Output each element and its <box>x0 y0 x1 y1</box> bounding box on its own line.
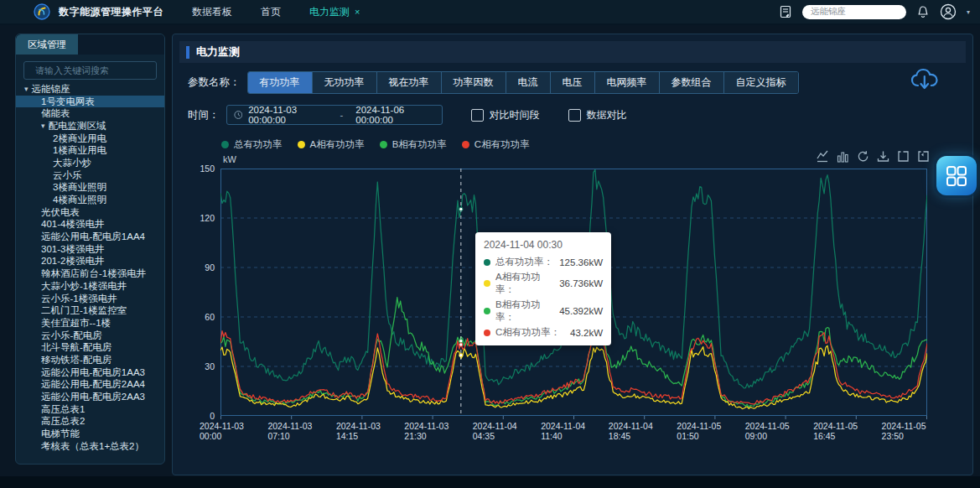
tree-item-label: 高压总表2 <box>41 415 85 428</box>
legend-item[interactable]: B相有功功率 <box>380 138 447 151</box>
tree-item[interactable]: 201-2楼强电井 <box>16 256 164 268</box>
tree-item-label: 移动铁塔-配电房 <box>41 354 111 366</box>
tree-item[interactable]: 大蒜小炒 <box>16 157 164 169</box>
param-button[interactable]: 电流 <box>506 72 551 93</box>
legend-item[interactable]: A相有功功率 <box>298 138 365 151</box>
tree-item[interactable]: 1楼商业用电 <box>16 144 164 157</box>
save-image-icon[interactable] <box>877 150 889 163</box>
tree-item[interactable]: 高压总表2 <box>16 416 164 428</box>
tree-item[interactable]: 301-3楼强电井 <box>16 243 164 256</box>
caret-down-icon[interactable]: ▾ <box>41 122 45 130</box>
tree-item-label: 401-4楼强电井 <box>41 218 104 231</box>
param-button[interactable]: 电网频率 <box>595 72 660 93</box>
cloud-download-icon[interactable] <box>909 65 941 93</box>
org-selector[interactable]: 远能锦座 <box>802 5 906 19</box>
tree-item-label: 远能公用电-配电房1AA4 <box>41 231 145 243</box>
tree-item[interactable]: 2楼商业用电 <box>16 132 164 145</box>
nav-item-dashboard[interactable]: 数据看板 <box>192 5 232 19</box>
search-input[interactable] <box>34 65 156 76</box>
tree-item-label: 301-3楼强电井 <box>41 243 104 256</box>
restore-icon[interactable] <box>857 150 869 163</box>
tab-power-monitoring-label: 电力监测 <box>309 5 350 19</box>
tree-item[interactable]: 电梯节能 <box>16 428 164 440</box>
tree-item[interactable]: 远能公用电-配电房1AA4 <box>16 231 164 243</box>
legend-dot-icon <box>221 141 229 148</box>
tooltip-row: A相有功功率：36.736kW <box>484 271 603 296</box>
tooltip-row: B相有功功率：45.392kW <box>484 299 603 324</box>
tooltip-dot-icon <box>484 330 490 336</box>
param-button[interactable]: 功率因数 <box>442 72 506 93</box>
param-button[interactable]: 无功功率 <box>313 72 377 93</box>
time-range-input[interactable]: 2024-11-03 00:00:00 - 2024-11-06 00:00:0… <box>226 105 443 125</box>
param-button[interactable]: 视在功率 <box>377 72 442 93</box>
tree-item-label: 大蒜小炒-1楼强电井 <box>41 280 127 293</box>
tree-item[interactable]: 光伏电表 <box>16 206 164 219</box>
tree-item-label: 二机门卫-1楼监控室 <box>41 304 127 317</box>
report-icon[interactable] <box>779 5 792 18</box>
tree-item[interactable]: 考核表（总表1+总表2） <box>16 440 164 453</box>
checkbox-icon[interactable] <box>568 109 581 122</box>
undo-zoom-icon[interactable] <box>917 150 930 163</box>
tree-item[interactable]: 3楼商业照明 <box>16 182 164 195</box>
tree-item[interactable]: 1号变电网表 <box>16 96 164 108</box>
legend-label: C相有功功率 <box>474 138 530 151</box>
tree-item[interactable]: 高压总表1 <box>16 403 164 416</box>
sidebar-tabbar: 区域管理 <box>16 34 164 55</box>
parameter-row: 参数名称： 有功功率无功功率视在功率功率因数电流电压电网频率参数组合自定义指标 <box>188 71 799 94</box>
caret-down-icon[interactable]: ▾ <box>24 86 29 93</box>
tree-item[interactable]: 4楼商业照明 <box>16 194 164 206</box>
tree-item[interactable]: 北斗导航-配电房 <box>16 341 164 354</box>
tree-item[interactable]: ▾远能锦座 <box>16 83 164 96</box>
tooltip-series-name: B相有功功率： <box>495 299 554 324</box>
tree-item[interactable]: 云小乐-1楼强电井 <box>16 293 164 305</box>
tree-item[interactable]: ▾配电监测区域 <box>16 120 164 132</box>
legend-item[interactable]: C相有功功率 <box>462 138 530 151</box>
tooltip-dot-icon <box>484 280 490 287</box>
compare-data-checkbox[interactable]: 数据对比 <box>568 108 627 122</box>
sidebar-search[interactable] <box>23 61 157 80</box>
param-button[interactable]: 自定义指标 <box>724 72 798 93</box>
tree-item-label: 储能表 <box>41 107 70 120</box>
tooltip-timestamp: 2024-11-04 00:30 <box>484 239 603 251</box>
bar-chart-icon[interactable] <box>837 150 849 163</box>
tree-item[interactable]: 美佳宜超市--1楼 <box>16 317 164 330</box>
tree-item-label: 北斗导航-配电房 <box>41 341 111 354</box>
legend-item[interactable]: 总有功功率 <box>221 138 283 151</box>
quick-menu-button[interactable] <box>936 156 977 195</box>
nav-item-home[interactable]: 首页 <box>261 5 281 19</box>
tree-item[interactable]: 储能表 <box>16 107 164 120</box>
tree-item[interactable]: 翰林酒店前台-1楼强电井 <box>16 267 164 280</box>
tree-item[interactable]: 移动铁塔-配电房 <box>16 354 164 366</box>
tree-item-label: 电梯节能 <box>41 428 80 440</box>
tree-item[interactable]: 远能公用电-配电房2AA4 <box>16 379 164 392</box>
tab-power-monitoring[interactable]: 电力监测 × <box>309 5 360 19</box>
compare-timerange-label: 对比时间段 <box>490 108 540 122</box>
tree-item-label: 云小乐 <box>53 169 82 182</box>
bell-icon[interactable] <box>916 5 930 19</box>
compare-timerange-checkbox[interactable]: 对比时间段 <box>471 108 540 122</box>
parameter-button-group: 有功功率无功功率视在功率功率因数电流电压电网频率参数组合自定义指标 <box>247 71 799 94</box>
tree-item-label: 美佳宜超市--1楼 <box>41 317 111 330</box>
y-tick-label: 30 <box>184 361 215 371</box>
checkbox-icon[interactable] <box>471 109 484 122</box>
zoom-select-icon[interactable] <box>897 150 910 163</box>
chart-toolbar <box>817 150 930 163</box>
param-button[interactable]: 有功功率 <box>248 72 313 93</box>
tree-item[interactable]: 大蒜小炒-1楼强电井 <box>16 280 164 293</box>
line-chart-icon[interactable] <box>817 150 829 163</box>
tooltip-series-value: 43.2kW <box>570 328 603 338</box>
chevron-down-icon[interactable]: ▾ <box>967 8 970 16</box>
param-button[interactable]: 电压 <box>551 72 595 93</box>
tree-item[interactable]: 远能公用电-配电房1AA3 <box>16 366 164 379</box>
tree-item[interactable]: 云小乐 <box>16 169 164 182</box>
tree-item[interactable]: 二机门卫-1楼监控室 <box>16 304 164 317</box>
avatar-icon[interactable] <box>940 3 957 20</box>
param-button[interactable]: 参数组合 <box>660 72 724 93</box>
tree-item[interactable]: 远能公用电-配电房2AA3 <box>16 391 164 403</box>
close-tab-icon[interactable]: × <box>355 7 360 17</box>
x-tick-label: 2024-11-04 04:35 <box>473 421 541 441</box>
tree-item[interactable]: 401-4楼强电井 <box>16 219 164 231</box>
tree-item[interactable]: 云小乐-配电房 <box>16 330 164 342</box>
tab-region-management[interactable]: 区域管理 <box>16 34 78 55</box>
x-tick-label: 2024-11-03 07:10 <box>267 421 335 441</box>
